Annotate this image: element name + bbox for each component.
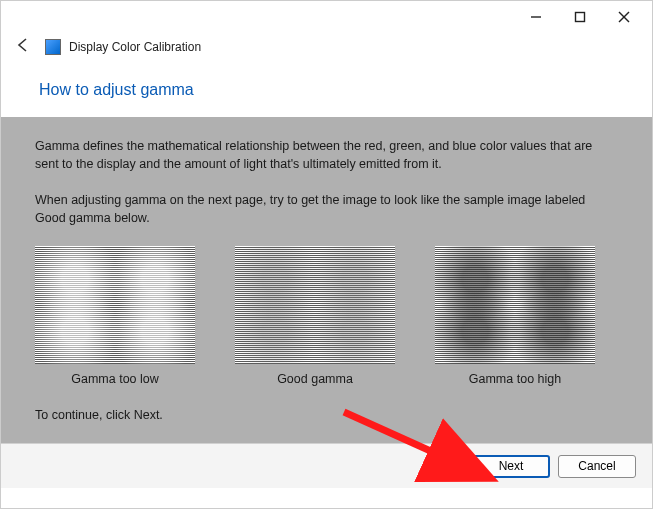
intro-paragraph-2: When adjusting gamma on the next page, t… <box>35 191 618 227</box>
page-title: How to adjust gamma <box>1 65 652 117</box>
gamma-high-label: Gamma too high <box>469 372 561 386</box>
app-icon <box>45 39 61 55</box>
svg-rect-1 <box>576 13 585 22</box>
gamma-good-image <box>235 246 395 364</box>
continue-text: To continue, click Next. <box>35 408 618 422</box>
intro-paragraph-1: Gamma defines the mathematical relations… <box>35 137 618 173</box>
gamma-low-image <box>35 246 195 364</box>
footer: Next Cancel <box>1 443 652 488</box>
sample-gamma-high: Gamma too high <box>435 246 595 386</box>
gamma-samples: Gamma too low Good gamma Gamma too high <box>35 246 618 386</box>
gamma-low-label: Gamma too low <box>71 372 159 386</box>
minimize-button[interactable] <box>514 3 558 31</box>
sample-gamma-low: Gamma too low <box>35 246 195 386</box>
back-arrow-icon[interactable] <box>15 37 31 57</box>
close-button[interactable] <box>602 3 646 31</box>
next-button[interactable]: Next <box>472 455 550 478</box>
window-titlebar <box>1 1 652 33</box>
header: Display Color Calibration <box>1 33 652 65</box>
content-area: Gamma defines the mathematical relations… <box>1 117 652 443</box>
maximize-button[interactable] <box>558 3 602 31</box>
cancel-button[interactable]: Cancel <box>558 455 636 478</box>
sample-gamma-good: Good gamma <box>235 246 395 386</box>
gamma-high-image <box>435 246 595 364</box>
gamma-good-label: Good gamma <box>277 372 353 386</box>
app-title: Display Color Calibration <box>69 40 201 54</box>
